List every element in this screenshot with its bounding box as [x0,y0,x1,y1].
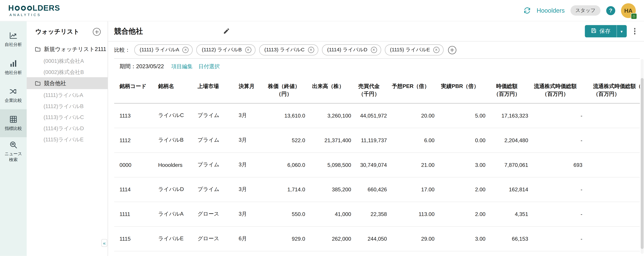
help-button[interactable]: ? [606,6,615,15]
edit-columns-link[interactable]: 項目編集 [172,63,193,70]
folder-icon [34,46,41,52]
logo-wordmark: H LDERS [8,4,60,12]
table-row-1115[interactable]: 1115ライバルEグロース6月929.0262,000244,05029.003… [114,226,640,251]
watchlist-item[interactable]: (0002)株式会社B [27,66,108,77]
column-header-6: 出来高（株） [305,82,351,90]
table-cell: ライバルD [155,186,195,193]
watchlist-group-label: 新規ウォッチリスト2111 [44,46,106,53]
table-header-row: 銘柄コード銘柄名上場市場決算月株価（終値）（円）出来高（株）売買代金（千円）予想… [114,74,640,103]
edit-title-button[interactable] [223,28,230,35]
logo-ring-icon [27,6,32,10]
watchlist-item[interactable]: (0001)株式会社A [27,55,108,66]
line-chart-icon [9,32,18,40]
nav-item-company-compare[interactable]: 企業比較 [0,82,27,109]
org-badge-icon: ⌂ [631,13,637,19]
page-header-row: 競合他社 保存 ▾ [108,21,644,41]
watchlist-group[interactable]: 競合他社 [27,77,108,89]
compare-label: 比較： [114,46,130,54]
nav-item-peer-analysis[interactable]: 他社分析 [0,53,27,81]
table-cell: 693 [528,162,582,168]
table-cell: プライム [195,136,236,144]
refresh-icon[interactable] [523,6,531,14]
select-date-link[interactable]: 日付選択 [198,63,220,70]
chip-remove-icon[interactable]: × [371,47,377,53]
chip-remove-icon[interactable]: × [433,47,439,53]
table-cell: 550.0 [263,211,305,217]
folder-icon [34,80,41,86]
chip-remove-icon[interactable]: × [182,47,188,53]
avatar[interactable]: HA ⌂ [621,3,636,18]
add-watchlist-button[interactable] [93,28,101,36]
table-row-1112[interactable]: 1112ライバルBプライム3月522.021,371,40011,119,737… [114,128,640,153]
table-cell: プライム [195,186,236,193]
table-cell: 11,119,737 [351,137,387,143]
page-title: 競合他社 [114,26,143,36]
watchlist-item[interactable]: (1113)ライバルC [27,111,108,122]
table-cell: 44,051,972 [351,112,387,118]
avatar-initials: HA [624,7,632,14]
nav-item-label: 他社分析 [5,70,22,75]
table-cell: - [528,137,582,143]
table-cell: 2.00 [434,186,486,192]
comparison-chip[interactable]: (1115) ライバルE× [385,44,444,56]
account-name[interactable]: Hooolders [536,7,565,14]
nav-item-indicator-compare[interactable]: 指標比較 [0,109,27,137]
chip-label: (1112) ライバルB [202,46,242,53]
more-menu-button[interactable] [632,26,638,37]
period-row: 期間：2023/05/22 項目編集 日付選択 [114,59,640,74]
logo-ring-icon [21,6,26,10]
save-dropdown-button[interactable]: ▾ [616,25,626,37]
watchlist-group[interactable]: 新規ウォッチリスト2111 [27,43,108,55]
comparison-chip[interactable]: (1114) ライバルD× [322,44,381,56]
column-header-11: 流通株式時価総額（百万円） [528,82,582,98]
table-cell: - [528,211,582,217]
save-button[interactable]: 保存 [585,25,616,37]
nav-item-own-analysis[interactable]: 自社分析 [0,26,27,53]
table-cell: 6月 [236,235,263,242]
table-row-1114[interactable]: 1114ライバルDプライム3月1,714.0385,200660,42617.0… [114,177,640,202]
table-row-1111[interactable]: 1111ライバルAグロース3月550.041,00022,358113.002.… [114,202,640,226]
watchlist-item[interactable]: (1114)ライバルD [27,122,108,134]
table-cell: 244,050 [351,236,387,242]
table-cell: ライバルB [155,136,195,144]
main-content: 競合他社 保存 ▾ [108,21,644,256]
table-cell: 30,749,074 [351,162,387,168]
table-cell: 3月 [236,161,263,168]
watchlist-item[interactable]: (1112)ライバルB [27,100,108,112]
app-logo[interactable]: H LDERS ANALYTICS [8,4,60,17]
comparison-chip[interactable]: (1111) ライバルA× [134,44,193,56]
watchlist-item[interactable]: (1115)ライバルE [27,134,108,145]
table-cell: 3.00 [434,236,486,242]
nav-item-news-search[interactable]: ニュース検索 [0,137,27,166]
collapse-sidebar-button[interactable]: « [102,239,107,247]
table-cell: 4,351 [486,211,528,217]
logo-text-suffix: LDERS [32,4,60,12]
grid-icon [9,115,18,124]
watchlist-panel-header: ウォッチリスト [27,26,108,39]
table-cell: 2.00 [434,211,486,217]
comparison-chip[interactable]: (1112) ライバルB× [196,44,255,56]
scrollbar-thumb[interactable] [641,78,644,249]
table-row-1113[interactable]: 1113ライバルCプライム3月13,610.03,260,10044,051,9… [114,103,640,128]
comparison-chip[interactable]: (1113) ライバルC× [259,44,318,56]
caret-down-icon: ▾ [620,29,622,34]
column-header-2: 銘柄名 [155,82,195,90]
compare-icon [9,87,18,96]
table-cell: グロース [195,210,236,218]
table-cell: 6.00 [387,137,434,143]
watchlist-item[interactable]: (1111)ライバルA [27,89,108,100]
news-search-icon [9,140,18,149]
table-row-0000[interactable]: 0000Hoooldersプライム3月6,060.05,098,50030,74… [114,153,640,177]
chip-remove-icon[interactable]: × [245,47,251,53]
table-cell: 1,714.0 [263,186,305,192]
chip-remove-icon[interactable]: × [308,47,314,53]
table-cell: 3.00 [434,162,486,168]
chip-label: (1111) ライバルA [140,46,179,53]
column-header-10: 時価総額（百万円） [486,82,528,98]
question-mark-icon: ? [609,8,612,14]
vertical-scrollbar[interactable] [641,59,644,254]
add-comparison-button[interactable] [448,46,456,54]
table-cell: 1113 [114,112,155,118]
table-cell: 3,260,100 [305,112,351,118]
table-cell: 66,153 [486,236,528,242]
